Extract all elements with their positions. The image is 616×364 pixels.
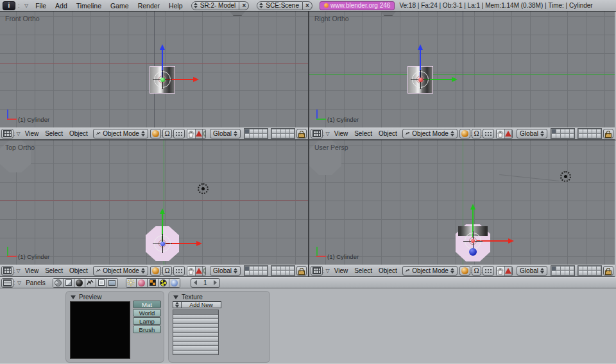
collapse-triangle-icon[interactable]: ▽ <box>24 3 28 8</box>
preview-lamp-button[interactable]: Lamp <box>133 317 161 325</box>
lock-button[interactable] <box>603 129 613 138</box>
menu-object[interactable]: Object <box>379 267 397 274</box>
snap-button[interactable] <box>173 129 185 138</box>
orientation-dropdown[interactable]: Global <box>210 266 241 276</box>
mode-dropdown[interactable]: Object Mode <box>93 266 148 276</box>
info-editor-icon[interactable]: i <box>3 1 15 10</box>
manipulator-hand-button[interactable] <box>497 129 504 138</box>
menu-object[interactable]: Object <box>379 130 397 137</box>
draw-type-button[interactable] <box>150 266 161 276</box>
layer-buttons-group2[interactable] <box>271 128 295 139</box>
layer-buttons-group2[interactable] <box>271 265 295 276</box>
scene-dropdown[interactable]: SCE:Scene <box>257 1 303 10</box>
snap-button[interactable] <box>483 129 494 138</box>
lock-button[interactable] <box>296 266 307 276</box>
viewport-top-canvas[interactable]: Top Ortho (1) Cylinder <box>0 140 308 265</box>
add-new-texture-button[interactable]: Add New <box>182 301 221 308</box>
frame-increment-icon[interactable] <box>214 280 217 285</box>
manipulator-translate-button[interactable] <box>504 129 511 138</box>
material-buttons-button[interactable] <box>137 278 148 288</box>
screen-delete-button[interactable]: × <box>239 1 249 10</box>
mode-dropdown[interactable]: Object Mode <box>402 266 458 276</box>
logic-context-button[interactable] <box>53 278 64 288</box>
menu-select[interactable]: Select <box>354 130 372 137</box>
mode-dropdown[interactable]: Object Mode <box>402 129 458 138</box>
preview-mat-button[interactable]: Mat <box>133 301 161 308</box>
snap-button[interactable] <box>483 266 494 276</box>
script-context-button[interactable] <box>64 278 74 288</box>
menu-file[interactable]: File <box>35 2 46 10</box>
lamp-object[interactable] <box>560 171 571 182</box>
menu-select[interactable]: Select <box>354 267 372 274</box>
preview-brush-button[interactable]: Brush <box>133 326 161 333</box>
lock-button[interactable] <box>603 266 613 276</box>
manipulator-z-handle[interactable] <box>160 242 165 246</box>
frame-number-field[interactable]: 1 <box>191 278 220 288</box>
preview-panel-header[interactable]: Preview <box>66 292 164 301</box>
editor-type-button[interactable] <box>1 278 13 288</box>
manipulator-hand-button[interactable] <box>497 267 504 276</box>
editor-type-button[interactable] <box>311 266 323 276</box>
pivot-button[interactable]: Ω <box>472 129 481 138</box>
frame-decrement-icon[interactable] <box>194 280 197 285</box>
viewport-user-canvas[interactable]: User Persp (1) Cylinder <box>309 140 615 265</box>
window-join-handle[interactable] <box>230 12 245 16</box>
panel-collapse-icon[interactable] <box>71 295 76 299</box>
panel-collapse-icon[interactable] <box>173 295 178 299</box>
collapse-triangle-icon[interactable]: ▽ <box>326 131 330 136</box>
editing-context-button[interactable] <box>96 278 107 288</box>
menu-view[interactable]: View <box>334 267 348 274</box>
pivot-button[interactable]: Ω <box>472 266 481 276</box>
pivot-button[interactable]: Ω <box>162 129 171 138</box>
screen-dropdown[interactable]: SR:2- Model <box>191 1 240 10</box>
draw-type-button[interactable] <box>150 129 161 138</box>
orientation-dropdown[interactable]: Global <box>517 129 547 138</box>
menu-object[interactable]: Object <box>69 267 88 274</box>
menu-view[interactable]: View <box>334 130 348 137</box>
menu-view[interactable]: View <box>25 267 39 274</box>
panels-menu[interactable]: Panels <box>26 279 46 286</box>
layer-buttons-group1[interactable] <box>244 265 268 276</box>
mode-dropdown[interactable]: Object Mode <box>93 129 148 138</box>
viewport-right-canvas[interactable]: Right Ortho (1) Cylinder <box>309 12 615 128</box>
layer-buttons-group2[interactable] <box>578 128 602 139</box>
menu-view[interactable]: View <box>25 130 39 137</box>
menu-select[interactable]: Select <box>45 267 63 274</box>
draw-type-button[interactable] <box>459 129 470 138</box>
scene-delete-button[interactable]: × <box>303 1 312 10</box>
manipulator-translate-button[interactable] <box>195 129 202 138</box>
manipulator-y-handle[interactable] <box>160 78 165 82</box>
texture-panel-header[interactable]: Texture <box>169 292 270 301</box>
blender-org-link[interactable]: www.blender.org 246 <box>320 1 395 10</box>
orientation-dropdown[interactable]: Global <box>210 129 241 138</box>
editor-type-button[interactable] <box>1 129 13 138</box>
layer-buttons-group1[interactable] <box>551 128 575 139</box>
layer-buttons-group1[interactable] <box>244 128 268 139</box>
scene-context-button[interactable] <box>107 278 118 288</box>
orientation-dropdown[interactable]: Global <box>517 266 547 276</box>
lamp-buttons-button[interactable] <box>126 278 137 288</box>
manipulator-x-handle[interactable] <box>418 78 423 82</box>
editor-type-button[interactable] <box>1 266 13 276</box>
manipulator-rotate-button[interactable] <box>511 129 513 138</box>
manipulator-z-handle[interactable] <box>469 248 477 256</box>
radiosity-buttons-button[interactable] <box>158 278 169 288</box>
manipulator-hand-button[interactable] <box>187 129 195 138</box>
pivot-button[interactable]: Ω <box>162 266 171 276</box>
menu-help[interactable]: Help <box>169 2 183 10</box>
menu-object[interactable]: Object <box>69 130 88 137</box>
manipulator-translate-button[interactable] <box>504 267 511 276</box>
editor-type-button[interactable] <box>311 129 323 138</box>
menu-select[interactable]: Select <box>45 130 63 137</box>
snap-button[interactable] <box>173 266 185 276</box>
menu-game[interactable]: Game <box>110 2 129 10</box>
layer-buttons-group1[interactable] <box>551 265 575 276</box>
collapse-triangle-icon[interactable]: ▽ <box>326 268 330 274</box>
manipulator-rotate-button[interactable] <box>202 129 206 138</box>
viewport-front-canvas[interactable]: Front Ortho (1) Cylinder <box>0 12 308 128</box>
texture-buttons-button[interactable] <box>148 278 158 288</box>
draw-type-button[interactable] <box>459 266 470 276</box>
menu-timeline[interactable]: Timeline <box>76 2 101 10</box>
texture-slot[interactable] <box>173 350 219 355</box>
menu-add[interactable]: Add <box>55 2 67 10</box>
